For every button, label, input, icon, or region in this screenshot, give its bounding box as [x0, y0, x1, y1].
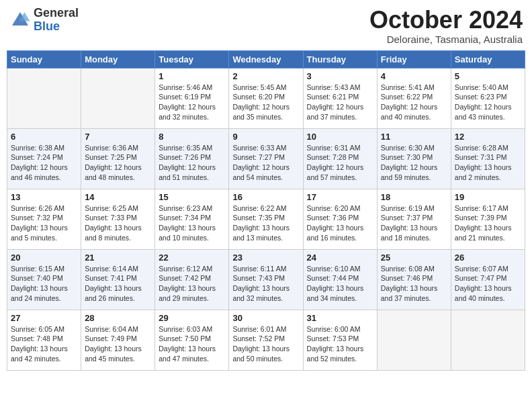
day-detail: Sunrise: 6:12 AMSunset: 7:42 PMDaylight:… — [159, 264, 225, 304]
calendar-day-cell: 25Sunrise: 6:08 AMSunset: 7:46 PMDayligh… — [377, 249, 451, 310]
day-detail: Sunrise: 6:25 AMSunset: 7:33 PMDaylight:… — [85, 203, 151, 243]
month-title: October 2024 — [369, 7, 523, 34]
calendar-day-cell: 12Sunrise: 6:28 AMSunset: 7:31 PMDayligh… — [451, 128, 525, 189]
calendar-header-row: SundayMondayTuesdayWednesdayThursdayFrid… — [7, 50, 525, 68]
calendar-day-cell: 7Sunrise: 6:36 AMSunset: 7:25 PMDaylight… — [81, 128, 155, 189]
calendar-day-cell: 26Sunrise: 6:07 AMSunset: 7:47 PMDayligh… — [451, 249, 525, 310]
day-of-week-header: Wednesday — [229, 50, 303, 68]
calendar: SundayMondayTuesdayWednesdayThursdayFrid… — [7, 50, 525, 371]
calendar-day-cell: 20Sunrise: 6:15 AMSunset: 7:40 PMDayligh… — [7, 249, 81, 310]
calendar-week-row: 20Sunrise: 6:15 AMSunset: 7:40 PMDayligh… — [7, 249, 525, 310]
day-detail: Sunrise: 6:22 AMSunset: 7:35 PMDaylight:… — [232, 203, 299, 243]
day-detail: Sunrise: 6:14 AMSunset: 7:41 PMDaylight:… — [85, 264, 151, 304]
day-number: 15 — [159, 192, 225, 202]
title-area: October 2024 Deloraine, Tasmania, Austra… — [369, 7, 523, 45]
calendar-day-cell: 8Sunrise: 6:35 AMSunset: 7:26 PMDaylight… — [155, 128, 229, 189]
day-of-week-header: Thursday — [303, 50, 377, 68]
calendar-week-row: 1Sunrise: 5:46 AMSunset: 6:19 PMDaylight… — [7, 68, 525, 128]
day-detail: Sunrise: 5:43 AMSunset: 6:21 PMDaylight:… — [307, 83, 373, 122]
day-number: 29 — [159, 313, 225, 323]
day-detail: Sunrise: 6:23 AMSunset: 7:34 PMDaylight:… — [159, 203, 225, 243]
calendar-day-cell: 22Sunrise: 6:12 AMSunset: 7:42 PMDayligh… — [155, 249, 229, 310]
day-detail: Sunrise: 6:03 AMSunset: 7:50 PMDaylight:… — [159, 324, 225, 364]
day-detail: Sunrise: 6:30 AMSunset: 7:30 PMDaylight:… — [381, 143, 447, 183]
calendar-day-cell — [451, 310, 525, 370]
day-detail: Sunrise: 5:40 AMSunset: 6:23 PMDaylight:… — [455, 83, 521, 122]
calendar-day-cell: 13Sunrise: 6:26 AMSunset: 7:32 PMDayligh… — [7, 189, 81, 249]
calendar-day-cell: 18Sunrise: 6:19 AMSunset: 7:37 PMDayligh… — [377, 189, 451, 249]
calendar-day-cell — [377, 310, 451, 370]
calendar-day-cell: 29Sunrise: 6:03 AMSunset: 7:50 PMDayligh… — [155, 310, 229, 370]
calendar-day-cell: 2Sunrise: 5:45 AMSunset: 6:20 PMDaylight… — [229, 68, 303, 128]
day-number: 22 — [159, 253, 225, 263]
calendar-day-cell: 5Sunrise: 5:40 AMSunset: 6:23 PMDaylight… — [451, 68, 525, 128]
day-number: 8 — [159, 132, 225, 142]
day-number: 30 — [232, 313, 299, 323]
calendar-day-cell: 19Sunrise: 6:17 AMSunset: 7:39 PMDayligh… — [451, 189, 525, 249]
day-detail: Sunrise: 6:08 AMSunset: 7:46 PMDaylight:… — [381, 264, 447, 304]
day-number: 14 — [85, 192, 151, 202]
calendar-week-row: 6Sunrise: 6:38 AMSunset: 7:24 PMDaylight… — [7, 128, 525, 189]
day-detail: Sunrise: 6:31 AMSunset: 7:28 PMDaylight:… — [307, 143, 373, 183]
day-number: 28 — [85, 313, 151, 323]
day-number: 19 — [455, 192, 521, 202]
day-number: 18 — [381, 192, 447, 202]
day-number: 20 — [11, 253, 77, 263]
day-number: 17 — [307, 192, 373, 202]
calendar-day-cell: 9Sunrise: 6:33 AMSunset: 7:27 PMDaylight… — [229, 128, 303, 189]
day-of-week-header: Saturday — [451, 50, 525, 68]
day-number: 23 — [232, 253, 299, 263]
day-detail: Sunrise: 6:04 AMSunset: 7:49 PMDaylight:… — [85, 324, 151, 364]
day-of-week-header: Friday — [377, 50, 451, 68]
day-detail: Sunrise: 6:26 AMSunset: 7:32 PMDaylight:… — [11, 203, 77, 243]
day-number: 12 — [455, 132, 521, 142]
day-detail: Sunrise: 6:19 AMSunset: 7:37 PMDaylight:… — [381, 203, 447, 243]
logo-blue-text: Blue — [34, 20, 79, 34]
day-of-week-header: Monday — [81, 50, 155, 68]
day-number: 11 — [381, 132, 447, 142]
day-detail: Sunrise: 5:45 AMSunset: 6:20 PMDaylight:… — [232, 83, 299, 122]
day-detail: Sunrise: 6:05 AMSunset: 7:48 PMDaylight:… — [11, 324, 77, 364]
calendar-day-cell: 17Sunrise: 6:20 AMSunset: 7:36 PMDayligh… — [303, 189, 377, 249]
calendar-day-cell: 31Sunrise: 6:00 AMSunset: 7:53 PMDayligh… — [303, 310, 377, 370]
day-number: 6 — [11, 132, 77, 142]
day-number: 16 — [232, 192, 299, 202]
day-detail: Sunrise: 6:20 AMSunset: 7:36 PMDaylight:… — [307, 203, 373, 243]
logo: General Blue — [9, 7, 79, 34]
day-detail: Sunrise: 6:15 AMSunset: 7:40 PMDaylight:… — [11, 264, 77, 304]
day-number: 3 — [307, 71, 373, 81]
location: Deloraine, Tasmania, Australia — [369, 34, 523, 45]
calendar-day-cell: 11Sunrise: 6:30 AMSunset: 7:30 PMDayligh… — [377, 128, 451, 189]
day-detail: Sunrise: 6:07 AMSunset: 7:47 PMDaylight:… — [455, 264, 521, 304]
calendar-day-cell: 30Sunrise: 6:01 AMSunset: 7:52 PMDayligh… — [229, 310, 303, 370]
day-detail: Sunrise: 5:41 AMSunset: 6:22 PMDaylight:… — [381, 83, 447, 122]
day-detail: Sunrise: 6:00 AMSunset: 7:53 PMDaylight:… — [307, 324, 373, 364]
calendar-day-cell — [81, 68, 155, 128]
day-of-week-header: Sunday — [7, 50, 81, 68]
day-number: 7 — [85, 132, 151, 142]
day-number: 2 — [232, 71, 299, 81]
day-detail: Sunrise: 6:28 AMSunset: 7:31 PMDaylight:… — [455, 143, 521, 183]
calendar-day-cell: 6Sunrise: 6:38 AMSunset: 7:24 PMDaylight… — [7, 128, 81, 189]
calendar-week-row: 13Sunrise: 6:26 AMSunset: 7:32 PMDayligh… — [7, 189, 525, 249]
day-number: 5 — [455, 71, 521, 81]
calendar-day-cell: 3Sunrise: 5:43 AMSunset: 6:21 PMDaylight… — [303, 68, 377, 128]
day-detail: Sunrise: 6:01 AMSunset: 7:52 PMDaylight:… — [232, 324, 299, 364]
logo-general-text: General — [34, 7, 79, 20]
day-number: 9 — [232, 132, 299, 142]
day-detail: Sunrise: 6:38 AMSunset: 7:24 PMDaylight:… — [11, 143, 77, 183]
day-number: 25 — [381, 253, 447, 263]
day-detail: Sunrise: 6:17 AMSunset: 7:39 PMDaylight:… — [455, 203, 521, 243]
day-number: 1 — [159, 71, 225, 81]
day-detail: Sunrise: 6:33 AMSunset: 7:27 PMDaylight:… — [232, 143, 299, 183]
day-of-week-header: Tuesday — [155, 50, 229, 68]
calendar-week-row: 27Sunrise: 6:05 AMSunset: 7:48 PMDayligh… — [7, 310, 525, 370]
day-number: 26 — [455, 253, 521, 263]
calendar-day-cell — [7, 68, 81, 128]
calendar-day-cell: 4Sunrise: 5:41 AMSunset: 6:22 PMDaylight… — [377, 68, 451, 128]
day-number: 13 — [11, 192, 77, 202]
calendar-day-cell: 10Sunrise: 6:31 AMSunset: 7:28 PMDayligh… — [303, 128, 377, 189]
logo-icon — [9, 9, 31, 31]
day-detail: Sunrise: 6:36 AMSunset: 7:25 PMDaylight:… — [85, 143, 151, 183]
calendar-day-cell: 14Sunrise: 6:25 AMSunset: 7:33 PMDayligh… — [81, 189, 155, 249]
